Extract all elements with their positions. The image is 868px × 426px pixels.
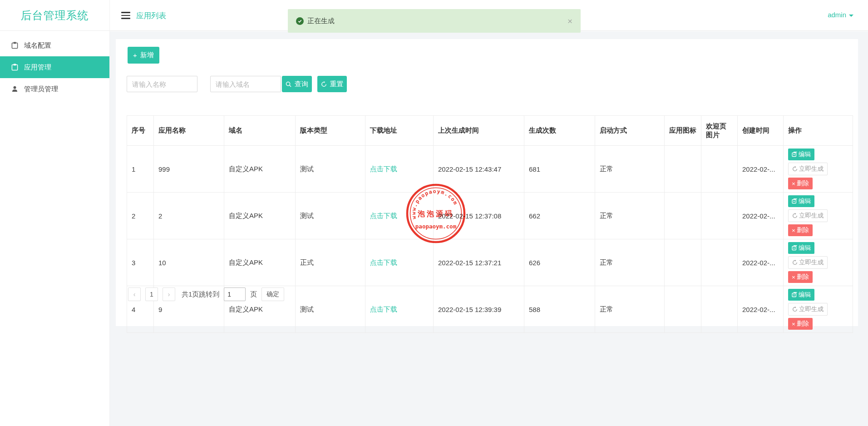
table-row: 2 2 自定义APK 测试 点击下载 2022-02-15 12:37:08 6… <box>127 193 853 239</box>
sidebar-item-admin-manage[interactable]: 管理员管理 <box>0 78 109 100</box>
cell-no: 1 <box>127 146 154 193</box>
close-icon[interactable]: × <box>567 17 572 25</box>
sidebar-item-label: 域名配置 <box>24 41 51 50</box>
name-search-input[interactable] <box>127 76 197 92</box>
toast-message: 正在生成 <box>307 17 335 25</box>
search-icon <box>286 81 291 87</box>
sidebar: 后台管理系统 域名配置 应用管理 管理员管理 <box>0 0 110 426</box>
hamburger-icon[interactable] <box>121 12 130 21</box>
delete-button[interactable]: ×删除 <box>788 271 813 283</box>
generate-now-button[interactable]: 立即生成 <box>788 303 828 316</box>
success-toast: 正在生成 × <box>288 9 581 33</box>
app-title: 后台管理系统 <box>0 0 109 31</box>
page-jump-input[interactable] <box>224 287 246 301</box>
table-row: 3 10 自定义APK 正式 点击下载 2022-02-15 12:37:21 … <box>127 239 853 286</box>
cell-welcome-image <box>701 146 738 193</box>
search-button[interactable]: 查询 <box>282 76 312 92</box>
clipboard-icon <box>11 64 18 71</box>
cell-created: 2022-02-... <box>738 146 784 193</box>
generate-now-button[interactable]: 立即生成 <box>788 209 828 222</box>
cell-start-mode: 正常 <box>595 239 665 286</box>
edit-button[interactable]: 编辑 <box>788 289 814 301</box>
cell-generate-count: 626 <box>524 239 595 286</box>
user-dropdown[interactable]: admin <box>828 11 853 19</box>
column-header: 应用图标 <box>665 116 701 146</box>
download-link[interactable]: 点击下载 <box>370 258 397 266</box>
delete-button[interactable]: ×删除 <box>788 224 813 236</box>
delete-button[interactable]: ×删除 <box>788 178 813 189</box>
plus-icon: + <box>133 51 137 59</box>
page-number-button[interactable]: 1 <box>145 287 158 301</box>
cell-app-icon <box>665 193 701 239</box>
table-header-row: 序号应用名称域名版本类型下载地址上次生成时间生成次数启动方式应用图标欢迎页图片创… <box>127 116 853 146</box>
check-circle-icon <box>296 17 304 25</box>
cell-download: 点击下载 <box>365 239 434 286</box>
cell-created: 2022-02-... <box>738 193 784 239</box>
cell-generate-count: 662 <box>524 193 595 239</box>
cell-download: 点击下载 <box>365 286 434 333</box>
cell-start-mode: 正常 <box>595 146 665 193</box>
cell-welcome-image <box>701 286 738 333</box>
edit-icon <box>792 152 797 157</box>
confirm-jump-button[interactable]: 确定 <box>261 287 284 301</box>
cell-app-icon <box>665 146 701 193</box>
cell-actions: 编辑 立即生成 ×删除 <box>784 146 853 193</box>
sidebar-item-label: 应用管理 <box>24 63 51 72</box>
column-header: 下载地址 <box>365 116 434 146</box>
cell-version-type: 测试 <box>296 146 365 193</box>
generate-refresh-icon <box>792 213 798 218</box>
column-header: 应用名称 <box>154 116 224 146</box>
content-card: + 新增 查询 重置 <box>116 39 858 326</box>
cell-last-generated: 2022-02-15 12:37:21 <box>434 239 524 286</box>
cell-version-type: 正式 <box>296 239 365 286</box>
cell-start-mode: 正常 <box>595 193 665 239</box>
x-icon: × <box>792 321 795 327</box>
prev-page-button[interactable]: ‹ <box>128 287 141 301</box>
cell-created: 2022-02-... <box>738 286 784 333</box>
download-link[interactable]: 点击下载 <box>370 212 397 219</box>
edit-icon <box>792 198 797 204</box>
table-row: 1 999 自定义APK 测试 点击下载 2022-02-15 12:43:47… <box>127 146 853 193</box>
page-title: 应用列表 <box>136 11 166 21</box>
cell-generate-count: 588 <box>524 286 595 333</box>
edit-button[interactable]: 编辑 <box>788 242 814 254</box>
page-total-text: 共1页跳转到 <box>182 290 219 299</box>
download-link[interactable]: 点击下载 <box>370 305 397 313</box>
cell-app-icon <box>665 286 701 333</box>
cell-no: 3 <box>127 239 154 286</box>
refresh-icon <box>321 81 327 87</box>
delete-button[interactable]: ×删除 <box>788 318 813 330</box>
x-icon: × <box>792 274 795 281</box>
next-page-button[interactable]: › <box>163 287 175 301</box>
cell-domain: 自定义APK <box>224 239 296 286</box>
cell-app-icon <box>665 239 701 286</box>
filter-row: 查询 重置 <box>127 76 347 92</box>
cell-version-type: 测试 <box>296 193 365 239</box>
cell-generate-count: 681 <box>524 146 595 193</box>
pagination: ‹ 1 › 共1页跳转到 页 确定 <box>128 287 284 301</box>
cell-app-name: 10 <box>154 239 224 286</box>
cell-last-generated: 2022-02-15 12:39:39 <box>434 286 524 333</box>
column-header: 启动方式 <box>595 116 665 146</box>
edit-button[interactable]: 编辑 <box>788 195 814 207</box>
generate-now-button[interactable]: 立即生成 <box>788 256 828 269</box>
domain-search-input[interactable] <box>210 76 281 92</box>
sidebar-item-app-manage[interactable]: 应用管理 <box>0 56 109 78</box>
reset-button[interactable]: 重置 <box>317 76 347 92</box>
sidebar-item-domain-config[interactable]: 域名配置 <box>0 35 109 56</box>
generate-now-button[interactable]: 立即生成 <box>788 163 828 175</box>
generate-refresh-icon <box>792 166 798 172</box>
cell-last-generated: 2022-02-15 12:43:47 <box>434 146 524 193</box>
clipboard-icon <box>11 42 18 49</box>
generate-refresh-icon <box>792 307 798 312</box>
edit-button[interactable]: 编辑 <box>788 149 814 160</box>
column-header: 版本类型 <box>296 116 365 146</box>
cell-no: 2 <box>127 193 154 239</box>
add-button[interactable]: + 新增 <box>128 47 159 64</box>
cell-start-mode: 正常 <box>595 286 665 333</box>
sidebar-menu: 域名配置 应用管理 管理员管理 <box>0 31 109 100</box>
x-icon: × <box>792 227 795 234</box>
x-icon: × <box>792 180 795 187</box>
download-link[interactable]: 点击下载 <box>370 165 397 173</box>
cell-app-name: 999 <box>154 146 224 193</box>
